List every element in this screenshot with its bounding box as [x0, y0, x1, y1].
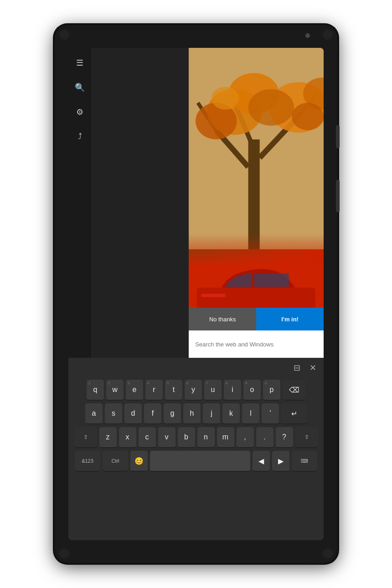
numbers-key[interactable]: &123 [75, 451, 100, 472]
svg-point-12 [248, 89, 294, 125]
svg-rect-22 [201, 294, 226, 297]
key-question[interactable]: ? [276, 427, 293, 448]
svg-rect-17 [254, 273, 289, 287]
keyboard-minimize-icon[interactable]: ⊟ [294, 363, 300, 373]
enter-key[interactable]: ↵ [281, 403, 307, 424]
key-comma[interactable]: , [237, 427, 254, 448]
key-period[interactable]: . [256, 427, 273, 448]
cortana-bar: No thanks I'm in! [189, 308, 324, 358]
virtual-keyboard: ⊟ ✕ 1q 2w 3e 4r 5t 6y 7u 8i 9o 0p ⌫ [68, 358, 324, 540]
key-u[interactable]: 7u [204, 380, 222, 401]
key-x[interactable]: x [119, 427, 136, 448]
backspace-key[interactable]: ⌫ [283, 380, 305, 401]
background-photo: No thanks I'm in! [189, 48, 324, 358]
key-a[interactable]: a [85, 403, 103, 424]
share-sidebar-icon[interactable]: ⤴ [75, 129, 85, 144]
key-row-4: &123 Ctrl 😊 ◀ ▶ ⌨ [72, 451, 320, 472]
search-bar[interactable] [189, 330, 324, 358]
key-y[interactable]: 6y [185, 380, 202, 401]
key-r[interactable]: 4r [145, 380, 163, 401]
key-s[interactable]: s [105, 403, 122, 424]
volume-button[interactable] [336, 180, 340, 212]
power-button[interactable] [336, 125, 340, 148]
key-e[interactable]: 3e [126, 380, 143, 401]
right-shift-key[interactable]: ⇧ [295, 427, 318, 448]
keyboard-toolbar: ⊟ ✕ [68, 358, 324, 378]
emoji-key[interactable]: 😊 [130, 451, 148, 472]
key-n[interactable]: n [197, 427, 215, 448]
key-k[interactable]: k [222, 403, 240, 424]
main-content-area: No thanks I'm in! [91, 48, 324, 358]
search-input[interactable] [195, 341, 317, 348]
key-row-1: 1q 2w 3e 4r 5t 6y 7u 8i 9o 0p ⌫ [72, 380, 320, 401]
settings-sidebar-icon[interactable]: ⚙ [73, 104, 86, 120]
tablet-screen: ☰ 🔍 ⚙ ⤴ [68, 48, 324, 540]
search-sidebar-icon[interactable]: 🔍 [72, 80, 88, 95]
ctrl-key[interactable]: Ctrl [103, 451, 128, 472]
corner-bumper-tr [323, 30, 333, 40]
key-c[interactable]: c [139, 427, 156, 448]
left-shift-key[interactable]: ⇧ [74, 427, 97, 448]
svg-point-14 [292, 103, 324, 130]
key-apostrophe[interactable]: ' [262, 403, 279, 424]
no-thanks-button[interactable]: No thanks [189, 308, 256, 330]
key-l[interactable]: l [242, 403, 259, 424]
hamburger-menu-icon[interactable]: ☰ [73, 55, 86, 71]
left-sidebar: ☰ 🔍 ⚙ ⤴ [68, 48, 91, 358]
left-arrow-key[interactable]: ◀ [253, 451, 270, 472]
front-camera [305, 33, 310, 38]
key-row-3: ⇧ z x c v b n m , . ? ⇧ [72, 427, 320, 448]
key-o[interactable]: 9o [243, 380, 261, 401]
key-j[interactable]: j [203, 403, 220, 424]
key-f[interactable]: f [144, 403, 161, 424]
svg-point-13 [211, 87, 239, 109]
tablet-device: ☰ 🔍 ⚙ ⤴ [55, 25, 337, 563]
key-g[interactable]: g [164, 403, 181, 424]
keyboard-layout-key[interactable]: ⌨ [292, 451, 317, 472]
keyboard-close-icon[interactable]: ✕ [309, 363, 316, 373]
cortana-button-row: No thanks I'm in! [189, 308, 324, 330]
key-w[interactable]: 2w [106, 380, 124, 401]
im-in-button[interactable]: I'm in! [256, 308, 324, 330]
right-arrow-key[interactable]: ▶ [272, 451, 289, 472]
key-row-2: a s d f g h j k l ' ↵ [72, 403, 320, 424]
key-z[interactable]: z [99, 427, 117, 448]
key-p[interactable]: 0p [263, 380, 280, 401]
corner-bumper-bl [59, 548, 69, 558]
autumn-tree-svg [189, 48, 324, 249]
key-h[interactable]: h [183, 403, 201, 424]
keys-container: 1q 2w 3e 4r 5t 6y 7u 8i 9o 0p ⌫ a s d [68, 378, 324, 476]
key-m[interactable]: m [217, 427, 234, 448]
key-i[interactable]: 8i [224, 380, 241, 401]
key-t[interactable]: 5t [165, 380, 182, 401]
key-q[interactable]: 1q [87, 380, 104, 401]
space-key[interactable] [150, 451, 250, 472]
corner-bumper-br [323, 548, 333, 558]
key-d[interactable]: d [124, 403, 142, 424]
corner-bumper-tl [59, 30, 69, 40]
key-b[interactable]: b [178, 427, 195, 448]
key-v[interactable]: v [158, 427, 175, 448]
